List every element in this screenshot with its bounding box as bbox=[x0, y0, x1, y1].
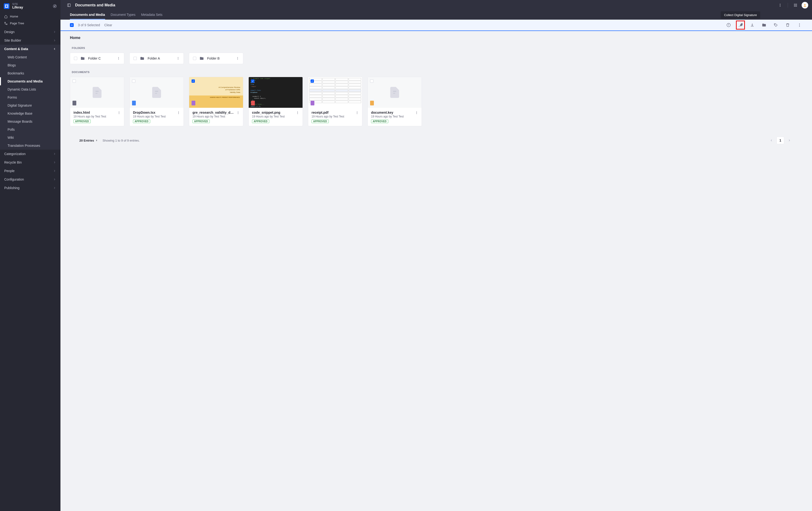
tab-metadata-sets[interactable]: Metadata Sets bbox=[141, 10, 162, 20]
document-checkbox[interactable] bbox=[311, 79, 314, 83]
nav-sub-web-content[interactable]: Web Content bbox=[0, 53, 60, 61]
status-badge: APPROVED bbox=[133, 119, 150, 123]
document-name: DropDown.tsx bbox=[133, 111, 175, 114]
document-more-icon[interactable] bbox=[117, 111, 121, 114]
nav-sub-documents-and-media[interactable]: Documents and Media bbox=[0, 77, 60, 85]
svg-rect-48 bbox=[155, 91, 158, 92]
download-icon[interactable] bbox=[749, 22, 755, 28]
selection-count: 3 of 9 Selected bbox=[78, 23, 100, 27]
document-card[interactable]: index.html19 Hours ago by Test TestAPPRO… bbox=[70, 77, 124, 126]
tab-documents-and-media[interactable]: Documents and Media bbox=[70, 10, 105, 20]
svg-rect-17 bbox=[794, 4, 795, 4]
trash-icon[interactable] bbox=[785, 22, 791, 28]
document-more-icon[interactable] bbox=[177, 111, 180, 114]
nav-sub-blogs[interactable]: Blogs bbox=[0, 61, 60, 69]
folder-checkbox[interactable] bbox=[193, 57, 196, 60]
nav-group-people[interactable]: People bbox=[0, 167, 60, 175]
nav-group-recycle-bin[interactable]: Recycle Bin bbox=[0, 158, 60, 167]
folder-card[interactable]: Folder C bbox=[70, 53, 124, 64]
document-card[interactable]: A Comprehensive Reviewof Published GREVa… bbox=[189, 77, 243, 126]
clear-selection-button[interactable]: Clear bbox=[104, 23, 112, 27]
chevron-icon bbox=[53, 152, 56, 156]
document-checkbox[interactable] bbox=[132, 79, 135, 83]
nav-sub-digital-signature[interactable]: Digital Signature bbox=[0, 101, 60, 109]
document-more-icon[interactable] bbox=[355, 111, 359, 114]
user-avatar[interactable] bbox=[802, 2, 808, 8]
document-more-icon[interactable] bbox=[415, 111, 418, 114]
nav-sub-polls[interactable]: Polls bbox=[0, 126, 60, 134]
nav-group-publishing[interactable]: Publishing bbox=[0, 184, 60, 192]
nav-item-home[interactable]: Home bbox=[0, 13, 60, 20]
site-header[interactable]: SITE Liferay bbox=[0, 0, 60, 12]
document-meta: 19 Hours ago by Test Test bbox=[371, 115, 413, 118]
nav-sub-dynamic-data-lists[interactable]: Dynamic Data Lists bbox=[0, 85, 60, 93]
chevron-icon bbox=[53, 161, 56, 164]
tag-icon[interactable] bbox=[773, 22, 779, 28]
breadcrumb[interactable]: Home bbox=[70, 36, 803, 40]
document-checkbox[interactable] bbox=[192, 79, 195, 83]
nav-item-label: Page Tree bbox=[10, 22, 24, 25]
select-all-checkbox[interactable] bbox=[70, 23, 74, 27]
page-number[interactable]: 1 bbox=[777, 137, 784, 144]
kebab-menu-icon[interactable] bbox=[777, 2, 783, 8]
apps-grid-icon[interactable] bbox=[793, 2, 798, 8]
svg-point-56 bbox=[297, 112, 298, 112]
folder-more-icon[interactable] bbox=[117, 57, 120, 60]
folder-card[interactable]: Folder A bbox=[129, 53, 184, 64]
document-thumbnail[interactable]: // Example code snippetimport React from… bbox=[249, 77, 302, 108]
folder-more-icon[interactable] bbox=[236, 57, 239, 60]
svg-point-57 bbox=[297, 112, 298, 113]
nav-sub-knowledge-base[interactable]: Knowledge Base bbox=[0, 109, 60, 117]
move-folder-icon[interactable] bbox=[761, 22, 767, 28]
more-actions-icon[interactable] bbox=[796, 22, 803, 28]
document-card[interactable]: // Example code snippetimport React from… bbox=[249, 77, 303, 126]
document-thumbnail[interactable] bbox=[368, 77, 422, 108]
nav-sub-forms[interactable]: Forms bbox=[0, 93, 60, 101]
document-thumbnail[interactable] bbox=[130, 77, 183, 108]
collect-signature-icon[interactable]: Collect Digital Signature bbox=[737, 22, 744, 28]
document-more-icon[interactable] bbox=[236, 111, 240, 114]
document-checkbox[interactable] bbox=[72, 79, 76, 83]
folder-checkbox[interactable] bbox=[134, 57, 137, 60]
document-more-icon[interactable] bbox=[296, 111, 299, 114]
folder-more-icon[interactable] bbox=[176, 57, 180, 60]
nav-group-categorization[interactable]: Categorization bbox=[0, 150, 60, 158]
document-card[interactable]: document.key19 Hours ago by Test TestAPP… bbox=[368, 77, 422, 126]
entries-count[interactable]: 20 Entries bbox=[79, 139, 98, 142]
nav-group-site-builder[interactable]: Site Builder bbox=[0, 36, 60, 45]
document-card[interactable]: receipt.pdf19 Hours ago by Test TestAPPR… bbox=[308, 77, 362, 126]
status-badge: APPROVED bbox=[252, 119, 269, 123]
next-page-button[interactable] bbox=[786, 137, 793, 144]
document-thumbnail[interactable] bbox=[70, 77, 124, 108]
compass-icon[interactable] bbox=[53, 4, 57, 8]
svg-point-36 bbox=[118, 59, 119, 59]
folder-checkbox[interactable] bbox=[74, 57, 77, 60]
document-card[interactable]: DropDown.tsx19 Hours ago by Test TestAPP… bbox=[129, 77, 184, 126]
svg-point-29 bbox=[728, 24, 729, 25]
document-thumbnail[interactable] bbox=[308, 77, 362, 108]
nav-sub-bookmarks[interactable]: Bookmarks bbox=[0, 69, 60, 77]
status-badge: APPROVED bbox=[193, 119, 210, 123]
svg-rect-1 bbox=[6, 4, 7, 5]
chevron-icon bbox=[53, 30, 56, 33]
document-checkbox[interactable] bbox=[370, 79, 373, 83]
entries-count-text: 20 Entries bbox=[79, 139, 94, 142]
folder-card[interactable]: Folder B bbox=[189, 53, 243, 64]
nav-group-content-data[interactable]: Content & Data bbox=[0, 45, 60, 53]
info-icon[interactable] bbox=[726, 22, 732, 28]
prev-page-button[interactable] bbox=[767, 137, 775, 144]
nav-sub-translation-processes[interactable]: Translation Processes bbox=[0, 141, 60, 150]
nav-group-configuration[interactable]: Configuration bbox=[0, 175, 60, 184]
tabs: Documents and MediaDocument TypesMetadat… bbox=[60, 10, 812, 20]
topbar: Documents and Media bbox=[60, 0, 812, 10]
nav-sub-wiki[interactable]: Wiki bbox=[0, 134, 60, 141]
svg-rect-44 bbox=[95, 93, 97, 94]
nav-sub-message-boards[interactable]: Message Boards bbox=[0, 117, 60, 126]
document-thumbnail[interactable]: A Comprehensive Reviewof Published GREVa… bbox=[189, 77, 243, 108]
nav-group-design[interactable]: Design bbox=[0, 28, 60, 36]
nav-group-label: Publishing bbox=[4, 186, 20, 190]
panel-toggle-icon[interactable] bbox=[66, 2, 72, 8]
document-checkbox[interactable] bbox=[251, 79, 254, 83]
tab-document-types[interactable]: Document Types bbox=[111, 10, 136, 20]
nav-item-page-tree[interactable]: Page Tree bbox=[0, 20, 60, 27]
